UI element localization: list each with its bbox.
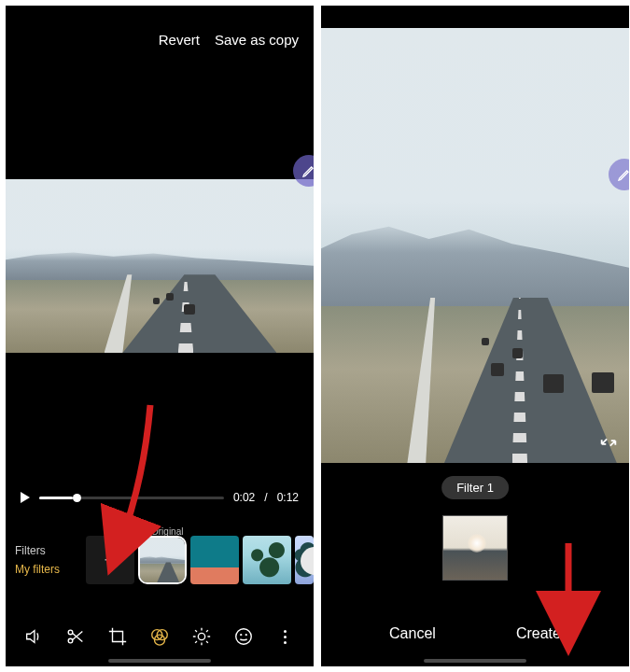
svg-point-8	[245, 635, 246, 636]
filter-thumb-original[interactable]	[138, 536, 187, 584]
emoji-icon[interactable]	[229, 622, 259, 651]
playback-position: 0:02	[233, 491, 255, 504]
top-actions: Revert Save as copy	[159, 32, 299, 48]
seek-track[interactable]	[39, 497, 224, 499]
video-preview[interactable]	[6, 179, 314, 353]
cancel-button[interactable]: Cancel	[389, 625, 436, 642]
cut-icon[interactable]	[61, 622, 91, 651]
svg-point-6	[235, 629, 251, 645]
tab-filters[interactable]: Filters	[15, 544, 86, 557]
bottom-actions: Cancel Create	[321, 625, 629, 642]
filter-thumb-2[interactable]	[243, 536, 291, 584]
svg-point-5	[198, 633, 204, 639]
filters-row: Filters My filters +	[6, 536, 314, 584]
filter-source-thumb[interactable]	[442, 515, 508, 581]
player-bar: 0:02 / 0:12	[21, 491, 299, 504]
gesture-bar	[424, 659, 526, 663]
more-icon[interactable]	[270, 622, 300, 651]
playback-sep: /	[264, 491, 267, 504]
filter-icon[interactable]	[145, 622, 175, 651]
image-preview[interactable]	[321, 28, 629, 463]
editor-screen: Revert Save as copy 0:02 / 0:12 Original…	[6, 6, 314, 666]
save-copy-button[interactable]: Save as copy	[215, 32, 299, 48]
revert-button[interactable]: Revert	[159, 32, 200, 48]
bottom-toolbar	[6, 622, 314, 651]
add-filter-button[interactable]: +	[86, 536, 134, 584]
crop-icon[interactable]	[103, 622, 133, 651]
speaker-icon[interactable]	[19, 622, 49, 651]
filter-thumb-1[interactable]	[190, 536, 239, 584]
play-icon[interactable]	[21, 492, 30, 503]
tab-my-filters[interactable]: My filters	[15, 563, 86, 576]
playback-duration: 0:12	[277, 491, 299, 504]
filter-name-chip[interactable]: Filter 1	[441, 476, 509, 499]
collapse-icon[interactable]	[595, 429, 622, 455]
brightness-icon[interactable]	[187, 622, 217, 651]
svg-point-7	[240, 635, 241, 636]
plus-icon: +	[105, 548, 117, 572]
create-button[interactable]: Create	[516, 625, 561, 642]
gesture-bar	[108, 659, 211, 663]
create-filter-screen: Filter 1 Cancel Create	[321, 6, 629, 666]
